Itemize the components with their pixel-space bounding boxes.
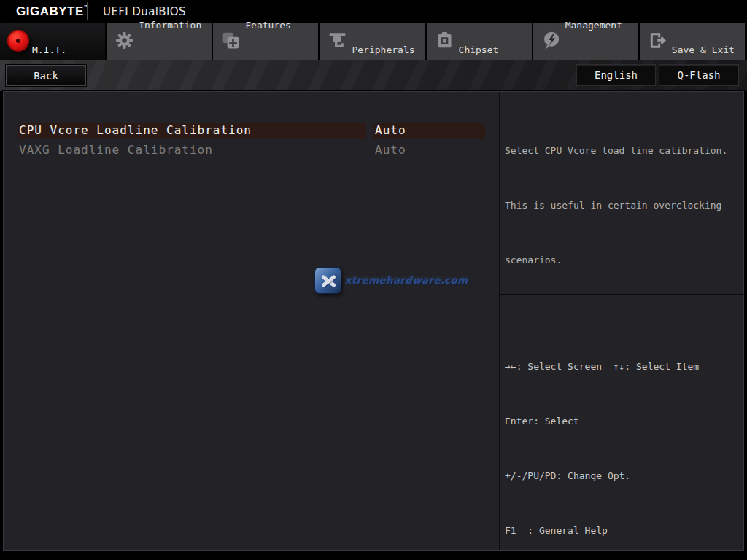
tab-label-line: Management: [565, 19, 622, 31]
tab-label: M.I.T.: [32, 44, 66, 56]
item-help-text: Select CPU Vcore load line calibration. …: [505, 105, 727, 306]
lightning-bolt-icon: [541, 30, 562, 52]
title-bar: GIGABYTE™ UEFI DualBIOS: [0, 0, 747, 23]
setting-label: VAXG Loadline Calibration: [18, 142, 366, 158]
tab-chipset[interactable]: Chipset: [427, 23, 532, 60]
tab-label: Peripherals: [352, 44, 414, 56]
help-line: Select CPU Vcore load line calibration.: [505, 141, 727, 160]
setting-value[interactable]: Auto: [374, 142, 485, 158]
toolbar-band: Back English Q-Flash: [0, 60, 747, 91]
tab-bios-features[interactable]: BIOS Features: [213, 23, 318, 60]
exit-door-arrow-icon: [647, 30, 669, 52]
legend-line: F1 : General Help: [505, 521, 733, 540]
tab-label-line: Features: [245, 19, 291, 31]
hotkey-legend: →←: Select Screen ↑↓: Select Item Enter:…: [505, 321, 733, 560]
qflash-button[interactable]: Q-Flash: [659, 64, 739, 86]
peripherals-device-icon: [327, 30, 349, 52]
help-pane-divider: [500, 294, 744, 295]
gear-icon: [114, 30, 136, 52]
main-panel: CPU Vcore Loadline Calibration Auto VAXG…: [3, 91, 744, 551]
help-line: scenarios.: [505, 251, 727, 269]
setting-value[interactable]: Auto: [374, 122, 485, 139]
watermark: xtremehardware.com: [314, 265, 468, 295]
back-button[interactable]: Back: [6, 65, 86, 86]
setting-row-vaxg-llc[interactable]: VAXG Loadline Calibration Auto: [4, 142, 499, 158]
setting-label: CPU Vcore Loadline Calibration: [18, 122, 366, 139]
tab-save-exit[interactable]: Save & Exit: [640, 23, 745, 60]
legend-line: Enter: Select: [505, 412, 733, 430]
legend-line: →←: Select Screen ↑↓: Select Item: [505, 357, 733, 376]
language-button[interactable]: English: [576, 64, 656, 86]
help-line: This is useful in certain overclocking: [505, 196, 727, 214]
bios-chip-plus-icon: [220, 30, 242, 52]
help-pane: Select CPU Vcore load line calibration. …: [499, 92, 743, 550]
tab-system-information[interactable]: System Information: [107, 23, 212, 60]
watermark-text: xtremehardware.com: [345, 274, 468, 286]
chipset-icon: [434, 30, 456, 52]
tab-label: Save & Exit: [672, 44, 735, 56]
setting-row-cpu-vcore-llc[interactable]: CPU Vcore Loadline Calibration Auto: [4, 122, 499, 139]
tab-bar: M.I.T. System Information BIOS Features: [0, 23, 745, 60]
mit-red-disc-icon: [7, 30, 29, 52]
tab-label-line: Information: [139, 19, 201, 31]
bios-screen: GIGABYTE™ UEFI DualBIOS M.I.T. System In…: [0, 0, 747, 560]
gigabyte-logo: GIGABYTE™: [16, 4, 89, 19]
tab-peripherals[interactable]: Peripherals: [320, 23, 425, 60]
legend-line: +/-/PU/PD: Change Opt.: [505, 467, 733, 485]
tab-mit[interactable]: M.I.T.: [0, 23, 105, 60]
watermark-x-icon: [314, 267, 341, 294]
tab-label: Chipset: [459, 44, 499, 56]
tab-power-management[interactable]: Power Management: [533, 23, 638, 60]
settings-pane: CPU Vcore Loadline Calibration Auto VAXG…: [4, 92, 499, 550]
titlebar-divider: [87, 2, 88, 20]
